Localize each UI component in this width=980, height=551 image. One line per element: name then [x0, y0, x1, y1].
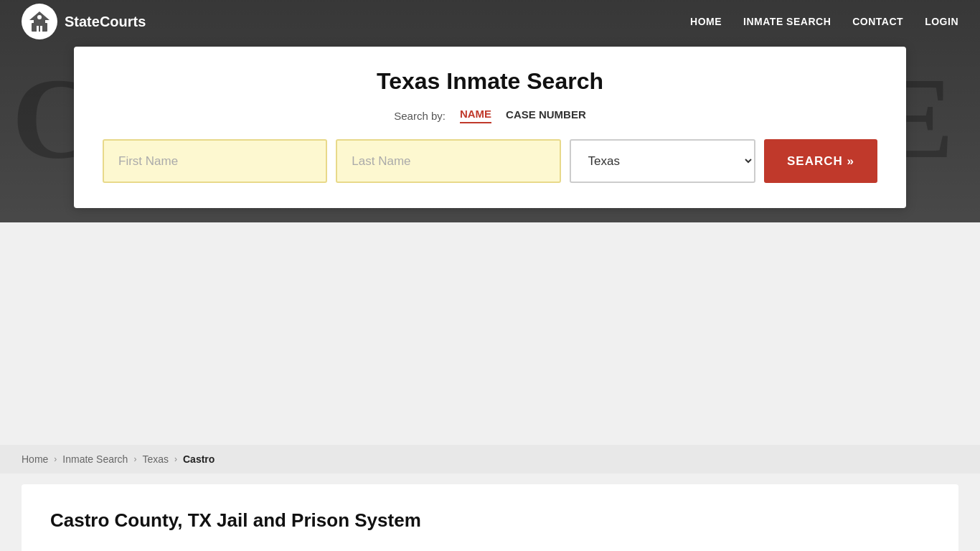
nav-links: HOME INMATE SEARCH CONTACT LOGIN [690, 16, 958, 27]
section-description: CASTRO County has 12 jails with an avera… [50, 546, 930, 551]
first-name-input[interactable] [103, 139, 327, 183]
breadcrumb-sep-1: › [54, 454, 57, 464]
breadcrumb: Home › Inmate Search › Texas › Castro [0, 445, 980, 474]
header: COURTHOUSE StateCourts HOME INMATE SEARC… [0, 0, 980, 222]
breadcrumb-sep-3: › [174, 454, 177, 464]
breadcrumb-current: Castro [183, 453, 215, 465]
navigation: StateCourts HOME INMATE SEARCH CONTACT L… [0, 0, 980, 43]
search-by-label: Search by: [394, 110, 446, 122]
tab-name[interactable]: NAME [460, 108, 491, 123]
main-content: Castro County, TX Jail and Prison System… [22, 484, 958, 551]
breadcrumb-inmate-search[interactable]: Inmate Search [62, 453, 128, 465]
section-title: Castro County, TX Jail and Prison System [50, 509, 930, 532]
nav-contact[interactable]: CONTACT [852, 16, 903, 27]
svg-rect-1 [34, 20, 45, 24]
svg-rect-0 [32, 23, 47, 32]
svg-rect-5 [40, 26, 42, 32]
breadcrumb-home[interactable]: Home [22, 453, 48, 465]
search-card: Texas Inmate Search Search by: NAME CASE… [74, 47, 906, 208]
svg-point-3 [37, 15, 42, 19]
nav-inmate-search[interactable]: INMATE SEARCH [743, 16, 831, 27]
nav-login[interactable]: LOGIN [925, 16, 958, 27]
search-inputs: Texas Alabama Alaska Arizona Arkansas Ca… [103, 139, 877, 183]
search-by-row: Search by: NAME CASE NUMBER [103, 108, 877, 123]
tab-case-number[interactable]: CASE NUMBER [506, 108, 586, 123]
nav-home[interactable]: HOME [690, 16, 722, 27]
state-select[interactable]: Texas Alabama Alaska Arizona Arkansas Ca… [570, 139, 755, 183]
logo-icon [22, 4, 57, 39]
breadcrumb-sep-2: › [133, 454, 136, 464]
svg-rect-4 [37, 26, 39, 32]
breadcrumb-texas[interactable]: Texas [142, 453, 169, 465]
search-button[interactable]: SEARCH » [764, 139, 877, 183]
site-logo[interactable]: StateCourts [22, 4, 146, 39]
logo-text: StateCourts [65, 14, 146, 30]
last-name-input[interactable] [336, 139, 560, 183]
search-title: Texas Inmate Search [103, 68, 877, 95]
